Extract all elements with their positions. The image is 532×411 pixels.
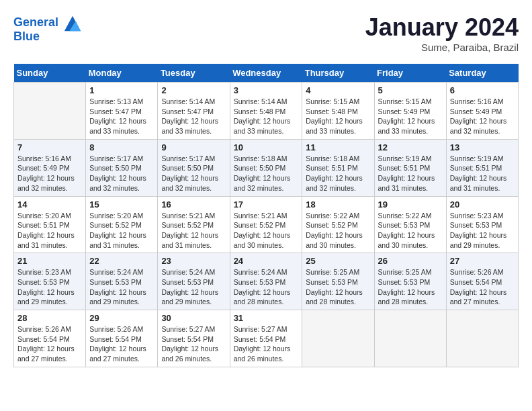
- calendar-table: SundayMondayTuesdayWednesdayThursdayFrid…: [13, 64, 519, 367]
- day-info: Sunrise: 5:20 AMSunset: 5:52 PMDaylight:…: [89, 211, 154, 250]
- day-info: Sunrise: 5:21 AMSunset: 5:52 PMDaylight:…: [234, 211, 299, 250]
- day-number: 14: [17, 199, 82, 210]
- calendar-week-row: 1Sunrise: 5:13 AMSunset: 5:47 PMDaylight…: [14, 83, 519, 140]
- day-info: Sunrise: 5:18 AMSunset: 5:51 PMDaylight:…: [306, 154, 370, 193]
- title-block: January 2024 Sume, Paraiba, Brazil: [365, 13, 519, 53]
- day-number: 28: [17, 313, 82, 323]
- calendar-cell: 6Sunrise: 5:16 AMSunset: 5:49 PMDaylight…: [446, 83, 518, 140]
- calendar-cell: 4Sunrise: 5:15 AMSunset: 5:48 PMDaylight…: [302, 83, 374, 140]
- day-info: Sunrise: 5:27 AMSunset: 5:54 PMDaylight:…: [161, 324, 226, 364]
- day-number: 3: [234, 85, 299, 95]
- calendar-cell: 24Sunrise: 5:24 AMSunset: 5:53 PMDayligh…: [230, 253, 302, 310]
- calendar-cell: 1Sunrise: 5:13 AMSunset: 5:47 PMDaylight…: [86, 83, 158, 140]
- calendar-cell: 2Sunrise: 5:14 AMSunset: 5:47 PMDaylight…: [158, 83, 230, 140]
- day-number: 29: [89, 313, 154, 323]
- day-info: Sunrise: 5:23 AMSunset: 5:53 PMDaylight:…: [450, 211, 515, 250]
- day-number: 7: [17, 142, 82, 152]
- day-info: Sunrise: 5:26 AMSunset: 5:54 PMDaylight:…: [89, 324, 154, 364]
- day-number: 4: [306, 85, 370, 95]
- calendar-week-row: 28Sunrise: 5:26 AMSunset: 5:54 PMDayligh…: [14, 310, 519, 367]
- day-number: 30: [161, 313, 226, 323]
- header-saturday: Saturday: [446, 64, 518, 83]
- day-number: 19: [378, 199, 443, 210]
- day-info: Sunrise: 5:17 AMSunset: 5:50 PMDaylight:…: [161, 154, 226, 193]
- day-number: 17: [234, 199, 299, 210]
- day-number: 5: [378, 85, 443, 95]
- day-info: Sunrise: 5:15 AMSunset: 5:49 PMDaylight:…: [378, 97, 443, 136]
- calendar-cell: 26Sunrise: 5:25 AMSunset: 5:53 PMDayligh…: [374, 253, 446, 310]
- calendar-cell: 15Sunrise: 5:20 AMSunset: 5:52 PMDayligh…: [86, 196, 158, 253]
- day-info: Sunrise: 5:24 AMSunset: 5:53 PMDaylight:…: [234, 267, 299, 307]
- day-info: Sunrise: 5:27 AMSunset: 5:54 PMDaylight:…: [234, 324, 299, 364]
- day-info: Sunrise: 5:14 AMSunset: 5:47 PMDaylight:…: [161, 97, 226, 136]
- day-info: Sunrise: 5:24 AMSunset: 5:53 PMDaylight:…: [89, 267, 154, 307]
- day-info: Sunrise: 5:25 AMSunset: 5:53 PMDaylight:…: [306, 267, 370, 307]
- month-title: January 2024: [365, 13, 519, 42]
- day-info: Sunrise: 5:21 AMSunset: 5:52 PMDaylight:…: [161, 211, 226, 250]
- calendar-cell: 25Sunrise: 5:25 AMSunset: 5:53 PMDayligh…: [302, 253, 374, 310]
- location-subtitle: Sume, Paraiba, Brazil: [365, 42, 519, 53]
- day-info: Sunrise: 5:20 AMSunset: 5:51 PMDaylight:…: [17, 211, 82, 250]
- day-number: 25: [306, 256, 370, 266]
- day-number: 27: [450, 256, 515, 266]
- header-sunday: Sunday: [14, 64, 86, 83]
- calendar-cell: 11Sunrise: 5:18 AMSunset: 5:51 PMDayligh…: [302, 139, 374, 196]
- day-info: Sunrise: 5:13 AMSunset: 5:47 PMDaylight:…: [89, 97, 154, 136]
- day-info: Sunrise: 5:24 AMSunset: 5:53 PMDaylight:…: [161, 267, 226, 307]
- calendar-week-row: 7Sunrise: 5:16 AMSunset: 5:49 PMDaylight…: [14, 139, 519, 196]
- header-tuesday: Tuesday: [158, 64, 230, 83]
- day-number: 15: [89, 199, 154, 210]
- day-number: 24: [234, 256, 299, 266]
- day-info: Sunrise: 5:14 AMSunset: 5:48 PMDaylight:…: [234, 97, 299, 136]
- day-number: 1: [89, 85, 154, 95]
- calendar-cell: 30Sunrise: 5:27 AMSunset: 5:54 PMDayligh…: [158, 310, 230, 367]
- header-monday: Monday: [86, 64, 158, 83]
- calendar-cell: 27Sunrise: 5:26 AMSunset: 5:54 PMDayligh…: [446, 253, 518, 310]
- calendar-cell: 7Sunrise: 5:16 AMSunset: 5:49 PMDaylight…: [14, 139, 86, 196]
- day-number: 22: [89, 256, 154, 266]
- calendar-cell: 9Sunrise: 5:17 AMSunset: 5:50 PMDaylight…: [158, 139, 230, 196]
- day-info: Sunrise: 5:26 AMSunset: 5:54 PMDaylight:…: [450, 267, 515, 307]
- day-number: 16: [161, 199, 226, 210]
- calendar-cell: 5Sunrise: 5:15 AMSunset: 5:49 PMDaylight…: [374, 83, 446, 140]
- day-info: Sunrise: 5:17 AMSunset: 5:50 PMDaylight:…: [89, 154, 154, 193]
- calendar-cell: 31Sunrise: 5:27 AMSunset: 5:54 PMDayligh…: [230, 310, 302, 367]
- day-info: Sunrise: 5:23 AMSunset: 5:53 PMDaylight:…: [17, 267, 82, 307]
- calendar-cell: 14Sunrise: 5:20 AMSunset: 5:51 PMDayligh…: [14, 196, 86, 253]
- calendar-cell: 23Sunrise: 5:24 AMSunset: 5:53 PMDayligh…: [158, 253, 230, 310]
- day-number: 21: [17, 256, 82, 266]
- day-number: 18: [306, 199, 370, 210]
- day-number: 20: [450, 199, 515, 210]
- day-number: 31: [234, 313, 299, 323]
- calendar-cell: 20Sunrise: 5:23 AMSunset: 5:53 PMDayligh…: [446, 196, 518, 253]
- calendar-cell: 16Sunrise: 5:21 AMSunset: 5:52 PMDayligh…: [158, 196, 230, 253]
- calendar-cell: 18Sunrise: 5:22 AMSunset: 5:52 PMDayligh…: [302, 196, 374, 253]
- day-info: Sunrise: 5:15 AMSunset: 5:48 PMDaylight:…: [306, 97, 370, 136]
- header-thursday: Thursday: [302, 64, 374, 83]
- day-info: Sunrise: 5:22 AMSunset: 5:53 PMDaylight:…: [378, 211, 443, 250]
- page-header: General Blue January 2024 Sume, Paraiba,…: [13, 13, 519, 53]
- calendar-cell: 22Sunrise: 5:24 AMSunset: 5:53 PMDayligh…: [86, 253, 158, 310]
- day-info: Sunrise: 5:16 AMSunset: 5:49 PMDaylight:…: [17, 154, 82, 193]
- day-info: Sunrise: 5:25 AMSunset: 5:53 PMDaylight:…: [378, 267, 443, 307]
- day-number: 11: [306, 142, 370, 152]
- day-number: 2: [161, 85, 226, 95]
- day-info: Sunrise: 5:26 AMSunset: 5:54 PMDaylight:…: [17, 324, 82, 364]
- calendar-cell: 29Sunrise: 5:26 AMSunset: 5:54 PMDayligh…: [86, 310, 158, 367]
- day-number: 8: [89, 142, 154, 152]
- day-number: 9: [161, 142, 226, 152]
- day-number: 23: [161, 256, 226, 266]
- calendar-cell: 10Sunrise: 5:18 AMSunset: 5:50 PMDayligh…: [230, 139, 302, 196]
- logo: General Blue: [13, 13, 82, 44]
- calendar-cell: 19Sunrise: 5:22 AMSunset: 5:53 PMDayligh…: [374, 196, 446, 253]
- header-friday: Friday: [374, 64, 446, 83]
- calendar-cell: [446, 310, 518, 367]
- calendar-cell: 17Sunrise: 5:21 AMSunset: 5:52 PMDayligh…: [230, 196, 302, 253]
- calendar-cell: 12Sunrise: 5:19 AMSunset: 5:51 PMDayligh…: [374, 139, 446, 196]
- day-info: Sunrise: 5:16 AMSunset: 5:49 PMDaylight:…: [450, 97, 515, 136]
- calendar-header-row: SundayMondayTuesdayWednesdayThursdayFrid…: [14, 64, 519, 83]
- day-info: Sunrise: 5:22 AMSunset: 5:52 PMDaylight:…: [306, 211, 370, 250]
- day-number: 26: [378, 256, 443, 266]
- calendar-cell: 28Sunrise: 5:26 AMSunset: 5:54 PMDayligh…: [14, 310, 86, 367]
- calendar-cell: 13Sunrise: 5:19 AMSunset: 5:51 PMDayligh…: [446, 139, 518, 196]
